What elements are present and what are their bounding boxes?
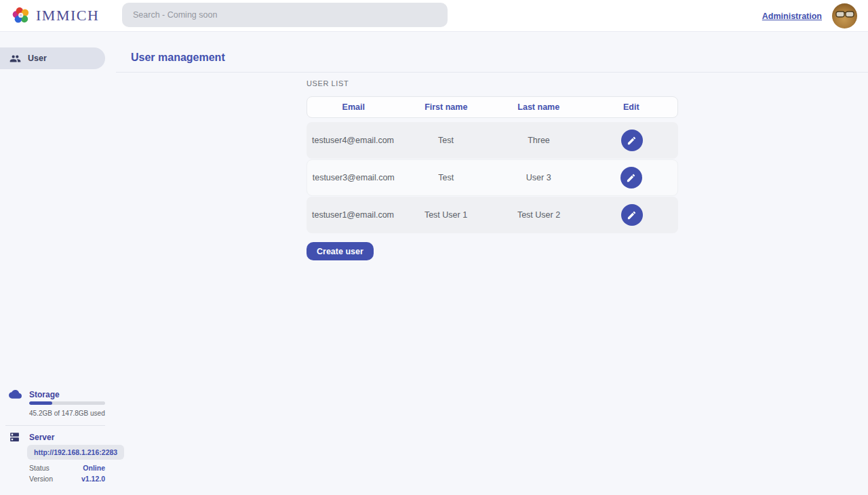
logo-text: IMMICH	[36, 7, 99, 24]
version-value: v1.12.0	[81, 475, 105, 483]
immich-flower-icon	[12, 6, 31, 25]
page-title: User management	[131, 52, 225, 64]
users-icon	[9, 53, 21, 64]
status-label: Status	[29, 464, 50, 472]
server-version-row: Version v1.12.0	[29, 475, 105, 483]
cell-email: testuser4@email.com	[307, 136, 399, 145]
server-icon	[9, 431, 20, 446]
sidebar-item-label: User	[28, 54, 47, 63]
edit-user-button[interactable]	[621, 204, 643, 226]
search-input[interactable]	[122, 3, 448, 27]
content-divider	[116, 72, 868, 73]
cloud-icon	[9, 389, 22, 401]
cell-first-name: Test	[399, 136, 492, 145]
avatar-glasses-image	[835, 9, 855, 20]
status-value: Online	[83, 464, 105, 472]
column-header-first-name: First name	[400, 102, 493, 112]
sidebar-divider	[5, 425, 105, 426]
server-title: Server	[29, 433, 54, 442]
header-right: Administration	[762, 0, 857, 32]
storage-title: Storage	[29, 390, 60, 399]
storage-usage-text: 45.2GB of 147.8GB used	[29, 410, 105, 417]
server-url-badge: http://192.168.1.216:2283	[27, 445, 124, 460]
pencil-icon	[627, 136, 637, 146]
cell-last-name: Three	[492, 136, 585, 145]
immich-logo[interactable]: IMMICH	[12, 6, 99, 25]
table-row: testuser4@email.com Test Three	[307, 122, 678, 159]
sidebar-item-user[interactable]: User	[0, 47, 105, 69]
server-status-row: Status Online	[29, 464, 105, 472]
cell-email: testuser1@email.com	[307, 210, 399, 220]
cell-email: testuser3@email.com	[307, 173, 400, 182]
user-avatar[interactable]	[832, 3, 857, 28]
cell-first-name: Test	[400, 173, 493, 182]
storage-progress-bar	[29, 401, 105, 405]
cell-last-name: Test User 2	[492, 210, 585, 220]
app-header: IMMICH Administration	[0, 0, 868, 32]
user-list-heading: USER LIST	[307, 79, 349, 87]
pencil-icon	[627, 210, 637, 220]
version-label: Version	[29, 475, 53, 483]
table-row: testuser1@email.com Test User 1 Test Use…	[307, 197, 678, 233]
administration-link[interactable]: Administration	[762, 12, 822, 21]
user-table-header: Email First name Last name Edit	[307, 96, 678, 118]
edit-user-button[interactable]	[620, 167, 642, 189]
column-header-last-name: Last name	[492, 102, 585, 112]
cell-first-name: Test User 1	[399, 210, 492, 220]
storage-progress-fill	[29, 401, 52, 405]
column-header-edit: Edit	[585, 102, 678, 112]
column-header-email: Email	[307, 102, 400, 112]
edit-user-button[interactable]	[621, 130, 643, 151]
table-row: testuser3@email.com Test User 3	[307, 159, 678, 196]
cell-last-name: User 3	[492, 173, 585, 182]
pencil-icon	[626, 173, 636, 183]
user-table-body: testuser4@email.com Test Three testuser3…	[307, 122, 678, 233]
create-user-button[interactable]: Create user	[307, 242, 374, 260]
